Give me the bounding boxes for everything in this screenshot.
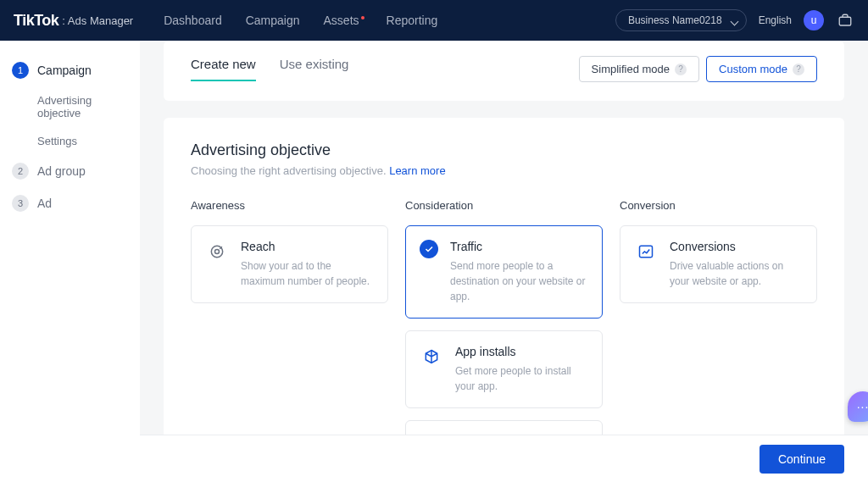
cube-icon [420, 345, 443, 368]
chart-arrow-icon [634, 240, 658, 263]
mode-simplified[interactable]: Simplified mode ? [579, 56, 700, 82]
reach-icon [205, 240, 229, 263]
step-campaign[interactable]: 1 Campaign [0, 54, 140, 86]
advertising-objective-card: Advertising objective Choosing the right… [164, 118, 844, 482]
objective-subtitle-text: Choosing the right advertising objective… [191, 164, 387, 177]
column-heading: Conversion [620, 199, 817, 212]
logo-subtitle: : Ads Manager [62, 14, 133, 27]
step-ad[interactable]: 3 Ad [0, 187, 140, 219]
nav-dashboard[interactable]: Dashboard [164, 14, 222, 27]
top-navbar: TikTok : Ads Manager Dashboard Campaign … [0, 0, 868, 41]
logo: TikTok [14, 12, 58, 30]
mode-toggle: Simplified mode ? Custom mode ? [579, 56, 817, 82]
help-icon[interactable]: ? [793, 64, 804, 75]
business-account-dropdown[interactable]: Business Name0218 [615, 9, 747, 31]
chat-support-button[interactable]: ··· [848, 391, 868, 422]
user-avatar[interactable]: u [804, 10, 824, 30]
objective-subtitle: Choosing the right advertising objective… [191, 164, 817, 177]
substep-settings[interactable]: Settings [0, 127, 140, 155]
objective-desc: Drive valuable actions on your website o… [670, 258, 803, 289]
objective-app-installs[interactable]: App installs Get more people to install … [405, 330, 603, 408]
step-ad-group[interactable]: 2 Ad group [0, 155, 140, 187]
step-label: Ad group [37, 164, 86, 178]
step-label: Campaign [37, 64, 92, 77]
objective-title: Conversions [670, 240, 803, 253]
nav-assets[interactable]: Assets [324, 14, 363, 27]
svg-rect-0 [839, 17, 851, 25]
language-selector[interactable]: English [759, 14, 792, 26]
create-tabs: Create new Use existing [191, 57, 348, 81]
main-content: Create new Use existing Simplified mode … [140, 41, 868, 482]
dots-icon: ··· [857, 400, 868, 413]
objective-title: App installs [455, 345, 588, 358]
svg-point-2 [215, 250, 220, 254]
learn-more-link[interactable]: Learn more [389, 164, 445, 177]
objective-conversions[interactable]: Conversions Drive valuable actions on yo… [620, 225, 817, 303]
step-number: 3 [12, 195, 29, 212]
check-icon [420, 240, 438, 258]
objective-reach[interactable]: Reach Show your ad to the maximum number… [191, 225, 388, 303]
top-nav: Dashboard Campaign Assets Reporting [164, 14, 437, 27]
mode-custom[interactable]: Custom mode ? [706, 56, 817, 82]
mode-label: Simplified mode [592, 63, 670, 75]
svg-rect-4 [640, 246, 653, 257]
business-center-icon[interactable] [836, 11, 854, 30]
tab-create-new[interactable]: Create new [191, 57, 256, 81]
footer-bar: Continue [140, 435, 868, 482]
objective-desc: Send more people to a destination on you… [450, 258, 588, 304]
step-label: Ad [37, 197, 52, 210]
substep-advertising-objective[interactable]: Advertising objective [0, 86, 140, 127]
step-number: 1 [12, 62, 29, 79]
help-icon[interactable]: ? [675, 64, 687, 75]
mode-label: Custom mode [719, 63, 787, 75]
left-sidebar: 1 Campaign Advertising objective Setting… [0, 41, 140, 482]
objective-traffic[interactable]: Traffic Send more people to a destinatio… [405, 225, 603, 319]
topbar-right: Business Name0218 English u [615, 9, 854, 31]
objective-desc: Show your ad to the maximum number of pe… [241, 258, 374, 289]
objective-title: Traffic [450, 240, 588, 253]
tab-use-existing[interactable]: Use existing [280, 57, 349, 81]
objective-desc: Get more people to install your app. [455, 363, 588, 394]
nav-reporting[interactable]: Reporting [387, 14, 438, 27]
column-heading: Consideration [405, 199, 603, 212]
objective-heading: Advertising objective [191, 141, 817, 159]
column-heading: Awareness [191, 199, 388, 212]
nav-campaign[interactable]: Campaign [246, 14, 300, 27]
step-number: 2 [12, 163, 29, 180]
continue-button[interactable]: Continue [760, 445, 844, 474]
objective-title: Reach [241, 240, 374, 253]
create-method-card: Create new Use existing Simplified mode … [164, 41, 844, 101]
